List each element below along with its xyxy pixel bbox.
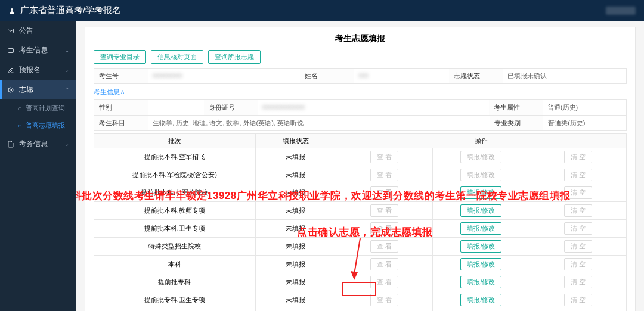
cell-status: 已填报 — [255, 309, 336, 312]
btn-clear: 清 空 — [564, 204, 592, 217]
btn-clear: 清 空 — [564, 276, 592, 288]
chevron-down-icon: ⌄ — [64, 67, 69, 73]
sidebar-item-wish[interactable]: 志愿 ⌃ — [0, 80, 76, 99]
sidebar-item-exam[interactable]: 考务信息 ⌄ — [0, 134, 76, 154]
cell-status: 未填报 — [255, 273, 336, 291]
cell-batch: 提前批本科.教师专项 — [94, 202, 256, 220]
label-examno: 考生号 — [94, 69, 148, 83]
btn-view: 查 看 — [370, 151, 398, 163]
info-row-2b: 考生科目 生物学, 历史, 地理, 语文, 数学, 外语(英语), 英语听说 专… — [94, 115, 627, 131]
value-examno: xxxxxxxxx — [148, 69, 300, 83]
cell-status: 未填报 — [255, 256, 336, 273]
panel: 考生志愿填报 查询专业目录 信息核对页面 查询所报志愿 考生号 xxxxxxxx… — [85, 27, 636, 311]
sidebar: 公告 考生信息 ⌄ 预报名 ⌄ 志愿 ⌃ ○ 普高计划查询 ○ 普高志愿填报 考… — [0, 21, 76, 311]
btn-edit[interactable]: 填报/修改 — [460, 276, 501, 288]
btn-edit[interactable]: 填报/修改 — [460, 294, 501, 306]
table-row: 本科未填报查 看填报/修改清 空 — [94, 256, 627, 273]
btn-info-check[interactable]: 信息核对页面 — [151, 50, 203, 64]
label-cat: 专业类别 — [490, 116, 543, 130]
info-row-2a: 性别 身份证号 xxxxxxxxxxxxx 考生属性 普通(历史) — [94, 99, 627, 116]
btn-clear: 清 空 — [564, 258, 592, 270]
table-row: 提前批专科未填报查 看填报/修改清 空 — [94, 273, 627, 291]
sidebar-item-label: 考生信息 — [19, 45, 48, 55]
app-title: 广东省普通高考/学考报名 — [20, 5, 121, 16]
cell-batch: 特殊类型招生院校 — [94, 238, 256, 256]
svg-point-0 — [11, 8, 13, 11]
cell-batch: 提前批专科.卫生专项 — [94, 291, 256, 309]
table-row: 提前批专科.卫生专项未填报查 看填报/修改清 空 — [94, 291, 627, 309]
cell-status: 未填报 — [255, 166, 336, 184]
cell-status: 未填报 — [255, 238, 336, 256]
sidebar-item-label: 预报名 — [19, 65, 41, 75]
sidebar-sub-label: 普高志愿填报 — [26, 121, 65, 130]
btn-view: 查 看 — [370, 169, 398, 181]
mail-icon — [7, 27, 14, 35]
th-action: 操作 — [336, 134, 626, 148]
btn-query-major[interactable]: 查询专业目录 — [94, 50, 146, 64]
btn-edit: 填报/修改 — [460, 169, 501, 181]
label-sex: 性别 — [94, 100, 148, 115]
btn-clear: 清 空 — [564, 240, 592, 253]
th-status: 填报状态 — [255, 134, 336, 148]
btn-view: 查 看 — [370, 222, 398, 235]
svg-rect-2 — [8, 48, 14, 52]
btn-clear: 清 空 — [564, 169, 592, 181]
panel-title: 考生志愿填报 — [94, 33, 627, 44]
cell-batch: 提前批本科.卫生专项 — [94, 220, 256, 238]
value-idno: xxxxxxxxxxxxx — [258, 100, 489, 115]
cell-status: 未填报 — [255, 184, 336, 202]
btn-edit[interactable]: 填报/修改 — [460, 222, 501, 235]
cell-status: 未填报 — [255, 291, 336, 309]
chevron-up-icon: ⌃ — [64, 86, 69, 93]
target-icon — [7, 86, 14, 94]
label-attr: 考生属性 — [489, 100, 543, 115]
sidebar-item-notice[interactable]: 公告 — [0, 21, 76, 41]
sidebar-item-label: 考务信息 — [19, 139, 48, 149]
btn-edit[interactable]: 填报/修改 — [460, 186, 501, 199]
btn-view: 查 看 — [370, 276, 398, 288]
cell-status: 未填报 — [255, 202, 336, 220]
collapse-toggle[interactable]: 考生信息∧ — [94, 84, 627, 100]
btn-view: 查 看 — [370, 294, 398, 306]
chevron-down-icon: ⌄ — [64, 47, 69, 54]
btn-clear: 清 空 — [564, 186, 592, 199]
doc-icon — [7, 141, 14, 148]
btn-edit[interactable]: 填报/修改 — [460, 258, 501, 270]
value-subj: 生物学, 历史, 地理, 语文, 数学, 外语(英语), 英语听说 — [148, 116, 490, 130]
user-icon — [8, 7, 16, 14]
sidebar-sub-plan[interactable]: ○ 普高计划查询 — [0, 99, 76, 117]
sidebar-sub-fill[interactable]: ○ 普高志愿填报 — [0, 117, 76, 134]
sidebar-item-student[interactable]: 考生信息 ⌄ — [0, 41, 76, 60]
table-row: 提前批本科.卫生专项未填报查 看填报/修改清 空 — [94, 220, 627, 238]
table-row: 提前批本科.空军招飞未填报查 看填报/修改清 空 — [94, 148, 627, 166]
label-wishstatus: 志愿状态 — [449, 69, 503, 83]
table-row: 提前批本科.非军检院校未填报查 看填报/修改清 空 — [94, 184, 627, 202]
btn-clear: 清 空 — [564, 151, 592, 163]
table-row: 特殊类型招生院校未填报查 看填报/修改清 空 — [94, 238, 627, 256]
sidebar-item-label: 公告 — [19, 26, 33, 36]
label-idno: 身份证号 — [204, 100, 258, 115]
sidebar-item-prereg[interactable]: 预报名 ⌄ — [0, 60, 76, 80]
label-subj: 考生科目 — [94, 116, 148, 130]
th-batch: 批次 — [94, 134, 256, 148]
info-row-1: 考生号 xxxxxxxxx 姓名 xxx 志愿状态 已填报未确认 — [94, 68, 627, 84]
cell-batch: 提前批本科.非军检院校 — [94, 184, 256, 202]
value-wishstatus: 已填报未确认 — [503, 69, 626, 83]
table-row: 专科已填报查 看填报/修改清 空 — [94, 309, 627, 312]
btn-query-wish[interactable]: 查询所报志愿 — [208, 50, 261, 64]
edit-icon — [7, 67, 14, 74]
svg-point-3 — [8, 88, 13, 92]
sidebar-item-label: 志愿 — [19, 85, 33, 95]
cell-status: 未填报 — [255, 148, 336, 166]
batch-table: 批次 填报状态 操作 提前批本科.空军招飞未填报查 看填报/修改清 空提前批本科… — [94, 133, 627, 311]
svg-point-4 — [10, 89, 12, 91]
btn-edit[interactable]: 填报/修改 — [460, 240, 501, 253]
btn-edit[interactable]: 填报/修改 — [460, 204, 501, 217]
value-sex — [148, 100, 204, 115]
table-row: 提前批本科.教师专项未填报查 看填报/修改清 空 — [94, 202, 627, 220]
user-badge[interactable] — [606, 7, 636, 15]
circle-icon: ○ — [18, 122, 22, 129]
circle-icon: ○ — [18, 105, 22, 112]
cell-batch: 本科 — [94, 256, 256, 273]
value-name: xxx — [354, 69, 449, 83]
